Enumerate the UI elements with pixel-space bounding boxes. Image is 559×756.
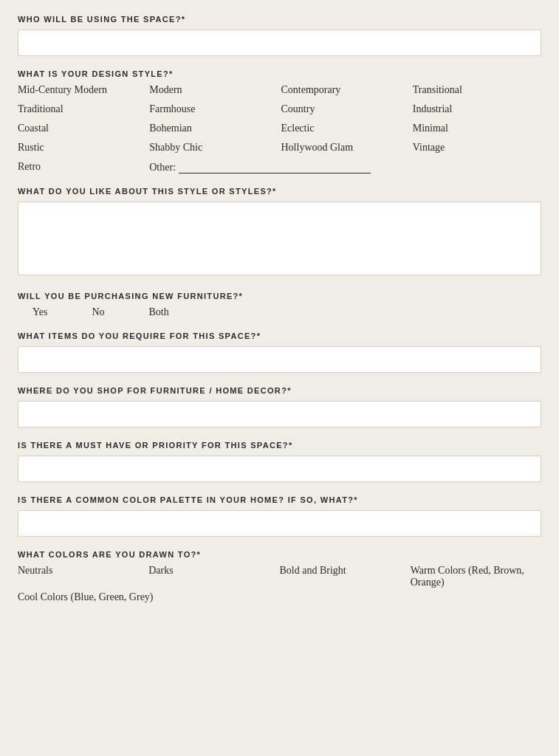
colors-drawn-label: WHAT COLORS ARE YOU DRAWN TO?*: [18, 550, 541, 559]
color-palette-section: IS THERE A COMMON COLOR PALETTE IN YOUR …: [18, 495, 541, 537]
style-hollywood-glam[interactable]: Hollywood Glam: [281, 142, 410, 154]
style-modern[interactable]: Modern: [149, 84, 278, 96]
shop-furniture-input[interactable]: [18, 401, 541, 427]
new-furniture-section: WILL YOU BE PURCHASING NEW FURNITURE?* Y…: [18, 292, 541, 318]
new-furniture-label: WILL YOU BE PURCHASING NEW FURNITURE?*: [18, 292, 541, 300]
style-traditional[interactable]: Traditional: [18, 103, 146, 115]
shop-furniture-label: WHERE DO YOU SHOP FOR FURNITURE / HOME D…: [18, 386, 541, 395]
radio-yes-label: Yes: [32, 306, 47, 318]
style-minimal[interactable]: Minimal: [413, 123, 541, 134]
color-row-2: Cool Colors (Blue, Green, Grey): [18, 591, 541, 603]
style-vintage[interactable]: Vintage: [413, 142, 541, 154]
colors-drawn-section: WHAT COLORS ARE YOU DRAWN TO?* Neutrals …: [18, 550, 541, 603]
priority-section: IS THERE A MUST HAVE OR PRIORITY FOR THI…: [18, 441, 541, 482]
style-eclectic[interactable]: Eclectic: [281, 123, 410, 134]
style-contemporary[interactable]: Contemporary: [281, 84, 410, 96]
items-require-input[interactable]: [18, 346, 541, 373]
shop-furniture-section: WHERE DO YOU SHOP FOR FURNITURE / HOME D…: [18, 386, 541, 427]
style-like-section: WHAT DO YOU LIKE ABOUT THIS STYLE OR STY…: [18, 187, 541, 278]
design-style-section: WHAT IS YOUR DESIGN STYLE?* Mid-Century …: [18, 69, 541, 173]
style-retro[interactable]: Retro: [18, 161, 146, 173]
radio-yes[interactable]: Yes: [32, 306, 47, 318]
style-bohemian[interactable]: Bohemian: [149, 123, 278, 134]
priority-label: IS THERE A MUST HAVE OR PRIORITY FOR THI…: [18, 441, 541, 450]
style-industrial[interactable]: Industrial: [413, 103, 541, 115]
priority-input[interactable]: [18, 456, 541, 482]
radio-no-label: No: [92, 306, 104, 318]
who-using-section: WHO WILL BE USING THE SPACE?*: [18, 15, 541, 56]
color-warm[interactable]: Warm Colors (Red, Brown, Orange): [411, 565, 541, 588]
style-rustic[interactable]: Rustic: [18, 142, 146, 154]
color-bold-bright[interactable]: Bold and Bright: [280, 565, 411, 588]
other-input[interactable]: [179, 161, 371, 173]
color-neutrals[interactable]: Neutrals: [18, 565, 148, 588]
radio-no[interactable]: No: [92, 306, 104, 318]
colors-grid: Neutrals Darks Bold and Bright Warm Colo…: [18, 565, 541, 588]
color-cool[interactable]: Cool Colors (Blue, Green, Grey): [18, 591, 154, 603]
radio-both-label: Both: [149, 306, 169, 318]
color-darks[interactable]: Darks: [148, 565, 279, 588]
items-require-section: WHAT ITEMS DO YOU REQUIRE FOR THIS SPACE…: [18, 331, 541, 373]
style-shabby-chic[interactable]: Shabby Chic: [149, 142, 278, 154]
style-like-textarea[interactable]: [18, 202, 541, 275]
color-palette-label: IS THERE A COMMON COLOR PALETTE IN YOUR …: [18, 495, 541, 504]
items-require-label: WHAT ITEMS DO YOU REQUIRE FOR THIS SPACE…: [18, 331, 541, 340]
style-farmhouse[interactable]: Farmhouse: [149, 103, 278, 115]
who-using-label: WHO WILL BE USING THE SPACE?*: [18, 15, 541, 24]
style-coastal[interactable]: Coastal: [18, 123, 146, 134]
who-using-input[interactable]: [18, 30, 541, 56]
design-style-label: WHAT IS YOUR DESIGN STYLE?*: [18, 69, 541, 78]
other-label: Other:: [149, 162, 176, 173]
style-other-row: Other:: [149, 161, 541, 173]
style-mid-century-modern[interactable]: Mid-Century Modern: [18, 84, 146, 96]
style-transitional[interactable]: Transitional: [413, 84, 541, 96]
color-palette-input[interactable]: [18, 510, 541, 537]
radio-row: Yes No Both: [18, 306, 541, 318]
style-like-label: WHAT DO YOU LIKE ABOUT THIS STYLE OR STY…: [18, 187, 541, 196]
style-country[interactable]: Country: [281, 103, 410, 115]
style-grid: Mid-Century Modern Modern Contemporary T…: [18, 84, 541, 173]
radio-both[interactable]: Both: [149, 306, 169, 318]
